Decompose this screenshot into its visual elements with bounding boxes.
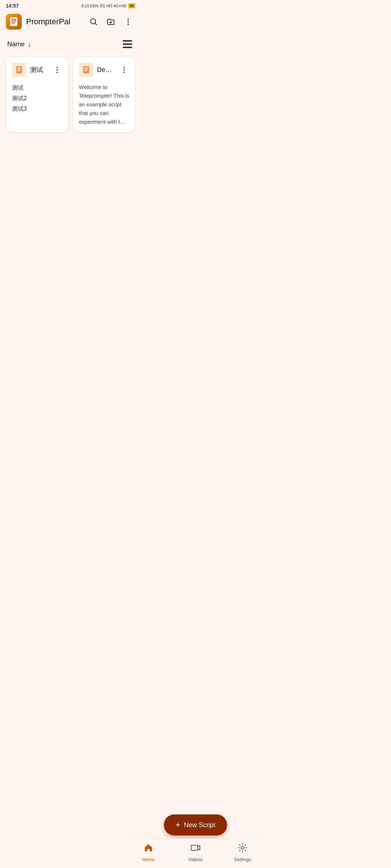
- status-icons: 0.10 KB/s 5G HD 4G+HD 99: [81, 3, 135, 8]
- scripts-grid: 测试 测试 测试2 测试3: [0, 54, 141, 135]
- card-item-1-1: 测试: [12, 83, 62, 93]
- svg-point-27: [123, 72, 125, 73]
- svg-rect-2: [11, 21, 16, 22]
- svg-point-19: [56, 69, 58, 71]
- svg-point-10: [127, 24, 129, 25]
- script-icon-1: [12, 63, 26, 77]
- svg-rect-24: [84, 71, 87, 71]
- sort-bar: Name ↓: [0, 33, 141, 54]
- network-speed: 0.10 KB/s: [81, 4, 98, 8]
- card-preview-2: Welcome to Teleprompter! This is an exam…: [79, 83, 129, 126]
- svg-point-20: [56, 72, 58, 73]
- list-view-toggle[interactable]: [121, 38, 134, 51]
- svg-point-9: [127, 21, 129, 22]
- svg-line-5: [95, 24, 97, 25]
- more-options-button[interactable]: [121, 14, 135, 29]
- app-bar-actions: [86, 14, 135, 29]
- card-menu-btn-1[interactable]: [52, 65, 62, 75]
- app-bar: PrompterPal: [0, 10, 141, 33]
- script-card-1[interactable]: 测试 测试 测试2 测试3: [6, 56, 68, 132]
- card-title-2: De…: [97, 66, 115, 74]
- status-bar: 14:57 0.10 KB/s 5G HD 4G+HD 99: [0, 0, 141, 10]
- card-content-1: 测试 测试2 测试3: [12, 83, 62, 114]
- svg-rect-23: [84, 69, 88, 70]
- svg-rect-1: [11, 19, 16, 20]
- sort-label[interactable]: Name ↓: [7, 40, 31, 48]
- app-title: PrompterPal: [26, 17, 82, 26]
- card-item-1-2: 测试2: [12, 93, 62, 103]
- svg-rect-0: [10, 17, 17, 26]
- svg-rect-22: [84, 68, 88, 68]
- add-folder-button[interactable]: [104, 14, 118, 29]
- svg-rect-11: [123, 40, 132, 42]
- sort-arrow-icon: ↓: [28, 40, 31, 48]
- card-header-1: 测试: [12, 63, 62, 77]
- svg-point-25: [123, 67, 125, 68]
- card-title-1: 测试: [30, 65, 49, 74]
- battery-indicator: 99: [128, 3, 135, 8]
- svg-rect-3: [11, 22, 15, 24]
- svg-rect-13: [123, 47, 132, 48]
- search-button[interactable]: [86, 14, 101, 29]
- svg-rect-17: [17, 71, 20, 71]
- svg-rect-15: [17, 68, 21, 68]
- svg-rect-16: [17, 69, 21, 70]
- card-item-1-3: 测试3: [12, 104, 62, 114]
- card-header-2: De…: [79, 63, 129, 77]
- card-menu-btn-2[interactable]: [119, 65, 129, 75]
- script-card-2[interactable]: De… Welcome to Teleprompter! This is an …: [73, 56, 135, 132]
- script-icon-2: [79, 63, 93, 77]
- svg-rect-12: [123, 43, 132, 45]
- svg-point-8: [127, 18, 129, 20]
- status-time: 14:57: [6, 3, 19, 9]
- sort-name: Name: [7, 41, 25, 48]
- svg-point-26: [123, 69, 125, 71]
- app-logo-icon: [6, 14, 22, 30]
- svg-point-18: [56, 67, 58, 68]
- network-type: 5G HD 4G+HD: [100, 4, 127, 8]
